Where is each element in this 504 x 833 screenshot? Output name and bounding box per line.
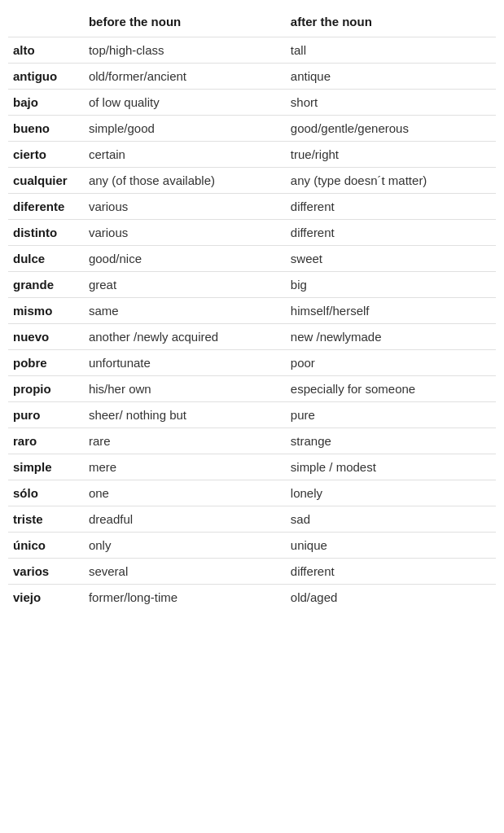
- adjective-placement-table: before the noun after the noun altotop/h…: [8, 8, 496, 610]
- cell-after: sad: [286, 506, 496, 533]
- cell-after: antique: [286, 64, 496, 90]
- cell-after: poor: [286, 350, 496, 376]
- cell-before: simple/good: [84, 116, 286, 142]
- cell-before: several: [84, 559, 286, 585]
- cell-after: good/gentle/generous: [286, 116, 496, 142]
- cell-before: great: [84, 272, 286, 298]
- cell-word: diferente: [8, 194, 84, 220]
- cell-word: sólo: [8, 480, 84, 506]
- table-row: mismosamehimself/herself: [8, 298, 496, 324]
- table-row: ciertocertaintrue/right: [8, 142, 496, 168]
- cell-after: sweet: [286, 246, 496, 272]
- cell-after: simple / modest: [286, 454, 496, 480]
- cell-word: antiguo: [8, 64, 84, 90]
- cell-after: big: [286, 272, 496, 298]
- cell-word: bueno: [8, 116, 84, 142]
- cell-before: former/long-time: [84, 585, 286, 611]
- cell-word: viejo: [8, 585, 84, 611]
- col-header-after: after the noun: [286, 8, 496, 37]
- cell-word: único: [8, 533, 84, 559]
- table-row: diferentevariousdifferent: [8, 194, 496, 220]
- cell-after: any (type doesn´t matter): [286, 168, 496, 194]
- cell-before: unfortunate: [84, 350, 286, 376]
- cell-word: varios: [8, 559, 84, 585]
- cell-before: dreadful: [84, 506, 286, 533]
- cell-after: different: [286, 559, 496, 585]
- cell-after: different: [286, 220, 496, 246]
- cell-after: different: [286, 194, 496, 220]
- cell-after: old/aged: [286, 585, 496, 611]
- cell-word: cualquier: [8, 168, 84, 194]
- cell-word: grande: [8, 272, 84, 298]
- cell-before: mere: [84, 454, 286, 480]
- cell-before: good/nice: [84, 246, 286, 272]
- cell-after: lonely: [286, 480, 496, 506]
- table-row: sóloonelonely: [8, 480, 496, 506]
- cell-after: pure: [286, 402, 496, 428]
- cell-before: certain: [84, 142, 286, 168]
- table-row: variosseveraldifferent: [8, 559, 496, 585]
- table-row: pobreunfortunatepoor: [8, 350, 496, 376]
- cell-word: nuevo: [8, 324, 84, 350]
- table-row: grandegreatbig: [8, 272, 496, 298]
- cell-before: various: [84, 220, 286, 246]
- table-row: distintovariousdifferent: [8, 220, 496, 246]
- table-row: viejoformer/long-timeold/aged: [8, 585, 496, 611]
- table-row: tristedreadfulsad: [8, 506, 496, 533]
- cell-word: distinto: [8, 220, 84, 246]
- cell-word: bajo: [8, 90, 84, 116]
- cell-word: simple: [8, 454, 84, 480]
- cell-after: tall: [286, 37, 496, 64]
- table-row: altotop/high-classtall: [8, 37, 496, 64]
- col-header-before: before the noun: [84, 8, 286, 37]
- cell-before: of low quality: [84, 90, 286, 116]
- cell-word: mismo: [8, 298, 84, 324]
- cell-word: alto: [8, 37, 84, 64]
- cell-after: especially for someone: [286, 376, 496, 402]
- cell-word: raro: [8, 428, 84, 454]
- cell-after: strange: [286, 428, 496, 454]
- table-row: nuevoanother /newly acquirednew /newlyma…: [8, 324, 496, 350]
- cell-before: various: [84, 194, 286, 220]
- cell-before: old/former/ancient: [84, 64, 286, 90]
- col-header-word: [8, 8, 84, 37]
- table-row: cualquierany (of those available)any (ty…: [8, 168, 496, 194]
- table-row: únicoonlyunique: [8, 533, 496, 559]
- cell-before: one: [84, 480, 286, 506]
- cell-word: triste: [8, 506, 84, 533]
- cell-after: himself/herself: [286, 298, 496, 324]
- cell-after: new /newlymade: [286, 324, 496, 350]
- cell-word: dulce: [8, 246, 84, 272]
- table-row: propiohis/her ownespecially for someone: [8, 376, 496, 402]
- table-row: purosheer/ nothing butpure: [8, 402, 496, 428]
- cell-after: short: [286, 90, 496, 116]
- cell-before: sheer/ nothing but: [84, 402, 286, 428]
- cell-after: true/right: [286, 142, 496, 168]
- cell-before: any (of those available): [84, 168, 286, 194]
- table-row: dulcegood/nicesweet: [8, 246, 496, 272]
- cell-word: cierto: [8, 142, 84, 168]
- table-row: buenosimple/goodgood/gentle/generous: [8, 116, 496, 142]
- cell-word: pobre: [8, 350, 84, 376]
- cell-before: rare: [84, 428, 286, 454]
- table-row: rarorarestrange: [8, 428, 496, 454]
- cell-word: puro: [8, 402, 84, 428]
- table-row: antiguoold/former/ancientantique: [8, 64, 496, 90]
- cell-word: propio: [8, 376, 84, 402]
- cell-before: top/high-class: [84, 37, 286, 64]
- cell-after: unique: [286, 533, 496, 559]
- cell-before: his/her own: [84, 376, 286, 402]
- cell-before: another /newly acquired: [84, 324, 286, 350]
- table-row: simplemeresimple / modest: [8, 454, 496, 480]
- cell-before: same: [84, 298, 286, 324]
- cell-before: only: [84, 533, 286, 559]
- table-row: bajoof low qualityshort: [8, 90, 496, 116]
